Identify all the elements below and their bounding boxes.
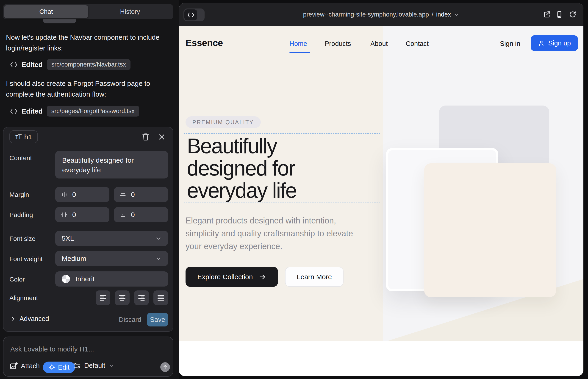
alignment-label: Alignment (9, 294, 38, 302)
margin-horizontal-value: 0 (72, 191, 76, 198)
browser-toolbar: preview--charming-site-symphony.lovable.… (179, 3, 583, 26)
site-logo[interactable]: Essence (186, 38, 223, 48)
chevron-right-icon (10, 316, 16, 322)
attach-button[interactable]: Attach (9, 362, 40, 370)
chevron-down-icon (155, 235, 162, 242)
align-right-icon (137, 294, 146, 302)
open-in-new-icon (543, 11, 551, 18)
element-tag-label: h1 (24, 133, 32, 141)
padding-label: Padding (9, 211, 33, 219)
padding-horizontal-icon (61, 211, 68, 218)
mode-label: Default (84, 362, 105, 369)
element-tag-pill[interactable]: тT h1 (9, 130, 38, 143)
explore-collection-button[interactable]: Explore Collection (186, 267, 278, 287)
file-badge[interactable]: src/pages/ForgotPassword.tsx (47, 106, 139, 117)
selected-element-outline[interactable]: Beautifully designed for everyday life (184, 133, 380, 203)
code-icon (10, 62, 17, 68)
learn-more-button[interactable]: Learn More (285, 267, 343, 287)
font-size-select[interactable]: 5XL (55, 231, 168, 246)
mobile-preview-button[interactable] (556, 11, 563, 18)
attach-label: Attach (21, 362, 40, 370)
hero-heading-line: everyday life (187, 179, 380, 202)
trash-icon (142, 133, 150, 141)
edit-label: Edit (58, 364, 69, 371)
chat-composer: Ask Lovable to modify H1... Attach Edit … (3, 337, 173, 377)
font-size-label: Font size (9, 235, 35, 242)
send-button[interactable] (160, 362, 170, 372)
cta-secondary-label: Learn More (297, 273, 332, 281)
align-left-icon (99, 294, 107, 302)
edit-mode-button[interactable]: Edit (43, 362, 75, 373)
align-right-button[interactable] (134, 290, 149, 305)
tab-chat[interactable]: Chat (4, 5, 88, 18)
nav-link-home[interactable]: Home (289, 40, 307, 47)
mode-selector[interactable]: Default (74, 362, 114, 369)
color-label: Color (9, 276, 25, 283)
edited-label: Edited (22, 107, 43, 115)
chat-message: I should also create a Forgot Password p… (6, 78, 168, 100)
preview-window: preview--charming-site-symphony.lovable.… (179, 3, 583, 376)
close-editor-button[interactable] (157, 132, 167, 142)
advanced-toggle[interactable]: Advanced (10, 315, 49, 323)
nav-link-products[interactable]: Products (325, 40, 351, 47)
section-below-hero (179, 341, 583, 376)
padding-horizontal-input[interactable]: 0 (55, 207, 109, 222)
chat-message: Now let's update the Navbar component to… (6, 32, 168, 53)
element-editor-panel: тT h1 Content Beautifully designed for e… (3, 127, 173, 332)
hero-paragraph: Elegant products designed with intention… (186, 214, 369, 253)
sign-up-button[interactable]: Sign up (531, 35, 578, 51)
active-nav-underline (289, 52, 310, 53)
sign-up-label: Sign up (548, 39, 571, 47)
code-icon (10, 108, 17, 114)
sign-in-link[interactable]: Sign in (500, 40, 520, 47)
padding-vertical-input[interactable]: 0 (114, 207, 168, 222)
chevron-down-icon (454, 12, 459, 17)
font-weight-label: Font weight (9, 255, 43, 263)
padding-vertical-icon (120, 211, 126, 218)
url-page: index (436, 11, 451, 18)
save-button[interactable]: Save (147, 313, 168, 327)
chevron-down-icon (155, 255, 162, 262)
align-justify-icon (157, 294, 165, 302)
delete-element-button[interactable] (140, 132, 151, 142)
font-size-value: 5XL (62, 235, 74, 242)
color-swatch-icon (62, 275, 70, 283)
file-badge[interactable]: src/components/Navbar.tsx (47, 59, 131, 70)
chat-panel: Chat History Now let's update the Navbar… (0, 0, 179, 379)
text-style-icon: тT (15, 133, 22, 141)
edited-row: Edited src/components/Navbar.tsx (10, 59, 130, 70)
open-in-new-tab-button[interactable] (543, 11, 551, 18)
nav-link-about[interactable]: About (370, 40, 388, 47)
tab-history[interactable]: History (88, 5, 172, 18)
content-textarea[interactable]: Beautifully designed for everyday life (55, 151, 168, 178)
discard-button[interactable]: Discard (119, 316, 141, 323)
composer-input[interactable]: Ask Lovable to modify H1... (10, 345, 94, 353)
margin-vertical-input[interactable]: 0 (114, 187, 168, 202)
decorative-card-beige (424, 163, 556, 297)
align-left-button[interactable] (96, 290, 110, 305)
arrow-up-icon (162, 364, 168, 370)
chat-history-tabs: Chat History (3, 4, 173, 19)
close-icon (158, 133, 165, 141)
align-justify-button[interactable] (154, 290, 168, 305)
font-weight-select[interactable]: Medium (55, 251, 168, 266)
url-bar[interactable]: preview--charming-site-symphony.lovable.… (179, 3, 583, 26)
advanced-label: Advanced (19, 315, 49, 323)
padding-vertical-value: 0 (131, 211, 135, 219)
margin-horizontal-input[interactable]: 0 (55, 187, 109, 202)
hero-heading-line: Beautifully (187, 135, 380, 157)
site-preview: Essence Home Products About Contact Sign… (179, 26, 583, 376)
padding-horizontal-value: 0 (72, 211, 76, 219)
content-label: Content (9, 154, 32, 162)
align-center-icon (118, 294, 126, 302)
align-center-button[interactable] (115, 290, 130, 305)
arrow-right-icon (259, 273, 266, 281)
edited-row: Edited src/pages/ForgotPassword.tsx (10, 106, 139, 117)
refresh-button[interactable] (569, 11, 576, 18)
margin-vertical-value: 0 (131, 191, 135, 198)
color-select[interactable]: Inherit (55, 271, 168, 286)
refresh-icon (569, 11, 576, 18)
mobile-device-icon (556, 11, 563, 18)
nav-link-contact[interactable]: Contact (406, 40, 429, 47)
url-separator: / (432, 11, 433, 18)
